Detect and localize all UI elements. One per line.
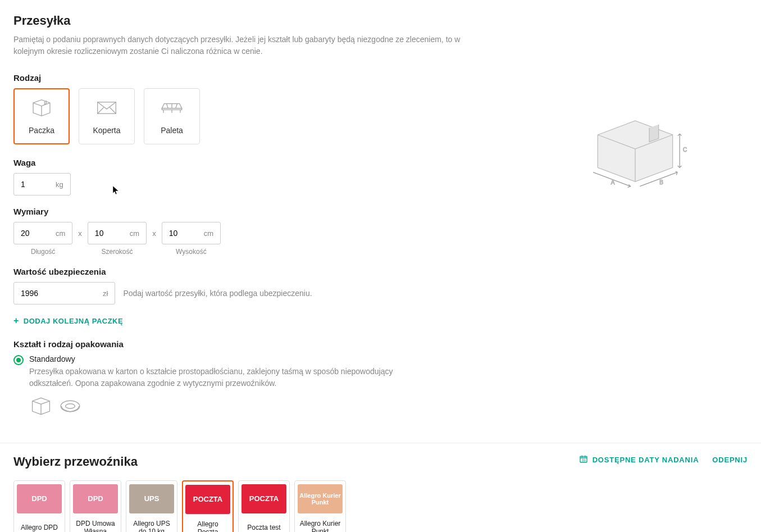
svg-text:A: A — [611, 179, 615, 185]
insurance-input[interactable] — [21, 289, 99, 298]
carrier-card[interactable]: UPSAllegro UPS do 10 kg — [126, 480, 177, 532]
shape-icons — [13, 396, 523, 418]
dim-sep-2: x — [152, 229, 156, 249]
carrier-logo: Allegro Kurier Punkt — [298, 484, 343, 513]
weight-label: Waga — [13, 158, 523, 167]
length-input[interactable] — [21, 229, 52, 238]
carrier-card[interactable]: DPDAllegro DPD — [13, 480, 65, 532]
kind-card-paczka[interactable]: Paczka — [13, 88, 70, 144]
tire-icon — [58, 396, 82, 418]
weight-input[interactable] — [21, 180, 52, 189]
carrier-list: DPDAllegro DPDDPDDPD Umowa WłasnaUPSAlle… — [0, 480, 761, 532]
add-package-button[interactable]: + DODAJ KOLEJNĄ PACZKĘ — [13, 316, 123, 326]
kind-options: Paczka Koperta Paleta — [13, 88, 523, 144]
carrier-label: Allegro Poczta — [186, 520, 229, 532]
weight-input-wrap: kg — [13, 173, 71, 195]
svg-point-2 — [61, 401, 80, 412]
kind-card-paleta[interactable]: Paleta — [144, 88, 200, 144]
height-unit: cm — [204, 229, 213, 238]
box-icon — [29, 98, 54, 119]
insurance-wrap: zł — [13, 282, 115, 304]
carrier-logo: UPS — [129, 484, 174, 513]
length-unit: cm — [56, 229, 65, 238]
svg-rect-1 — [162, 108, 181, 110]
carrier-card[interactable]: POCZTAAllegro Poczta — [182, 480, 234, 532]
shape-standard-title: Standardowy — [29, 354, 523, 363]
svg-point-3 — [66, 404, 75, 408]
kind-card-koperta[interactable]: Koperta — [79, 88, 135, 144]
svg-text:C: C — [683, 147, 687, 153]
height-wrap: cm — [162, 222, 221, 244]
add-package-label: DODAJ KOLEJNĄ PACZKĘ — [24, 317, 123, 325]
width-input[interactable] — [95, 229, 126, 238]
length-wrap: cm — [13, 222, 72, 244]
envelope-icon — [94, 98, 119, 119]
available-dates-button[interactable]: 31 DOSTĘPNE DATY NADANIA — [579, 454, 699, 465]
insurance-hint: Podaj wartość przesyłki, która podlega u… — [123, 289, 312, 298]
dim-sep-1: x — [78, 229, 82, 249]
carrier-title: Wybierz przewoźnika — [13, 454, 138, 469]
available-dates-label: DOSTĘPNE DATY NADANIA — [593, 456, 699, 464]
length-sublabel: Długość — [31, 248, 55, 256]
carrier-logo: POCZTA — [241, 484, 286, 513]
box-diagram: A B C — [579, 107, 691, 193]
svg-text:B: B — [659, 179, 663, 185]
shape-label: Kształt i rodzaj opakowania — [13, 339, 523, 349]
dimensions-label: Wymiary — [13, 207, 523, 216]
carrier-card[interactable]: POCZTAPoczta test — [238, 480, 290, 532]
shape-standard-desc: Przesyłka opakowana w karton o kształcie… — [29, 366, 422, 389]
carrier-label: Poczta test — [247, 519, 280, 532]
kind-label-0: Paczka — [29, 126, 54, 135]
carrier-label: Allegro DPD — [21, 519, 58, 532]
width-unit: cm — [130, 229, 139, 238]
width-wrap: cm — [88, 222, 147, 244]
carrier-card[interactable]: DPDDPD Umowa Własna — [70, 480, 121, 532]
box-small-icon — [29, 396, 53, 418]
height-input[interactable] — [169, 229, 200, 238]
shape-standard-radio[interactable] — [13, 355, 24, 365]
carrier-logo: DPD — [17, 484, 62, 513]
kind-label: Rodzaj — [13, 73, 523, 83]
carrier-card[interactable]: Allegro Kurier PunktAllegro Kurier Punkt — [294, 480, 346, 532]
width-sublabel: Szerokość — [102, 248, 133, 256]
calendar-icon: 31 — [579, 454, 588, 465]
carrier-label: Allegro UPS do 10 kg — [130, 519, 174, 532]
page-subtitle: Pamiętaj o podaniu poprawnych danych dot… — [13, 34, 491, 57]
pallet-icon — [160, 98, 184, 119]
kind-label-1: Koperta — [93, 126, 120, 135]
plus-icon: + — [13, 316, 19, 326]
carrier-label: DPD Umowa Własna — [74, 519, 117, 532]
page-title: Przesyłka — [13, 13, 748, 28]
kind-label-2: Paleta — [161, 126, 183, 135]
carrier-logo: POCZTA — [185, 485, 230, 514]
insurance-unit: zł — [103, 289, 108, 298]
unpin-label: ODEPNIJ — [712, 456, 748, 464]
carrier-logo: DPD — [73, 484, 118, 513]
weight-unit: kg — [56, 180, 63, 189]
height-sublabel: Wysokość — [176, 248, 207, 256]
carrier-label: Allegro Kurier Punkt — [298, 519, 342, 532]
svg-text:31: 31 — [582, 458, 586, 462]
insurance-label: Wartość ubezpieczenia — [13, 267, 523, 276]
unpin-button[interactable]: ODEPNIJ — [712, 456, 748, 464]
